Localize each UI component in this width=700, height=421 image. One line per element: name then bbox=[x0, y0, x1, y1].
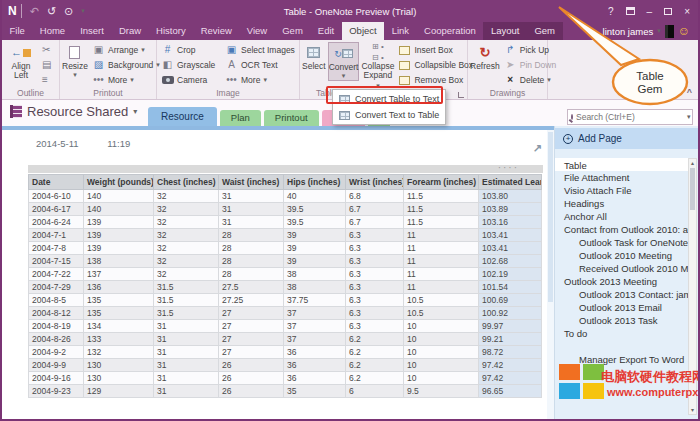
ocr-text-button[interactable]: AOCR Text bbox=[223, 58, 297, 72]
table-cell[interactable]: 10 bbox=[404, 372, 479, 385]
table-cell[interactable]: 140 bbox=[84, 203, 154, 216]
remove-box-button[interactable]: Remove Box bbox=[396, 73, 475, 87]
table-cell[interactable]: 31 bbox=[219, 190, 284, 203]
table-cell[interactable]: 140 bbox=[84, 190, 154, 203]
table-cell[interactable]: 32 bbox=[154, 242, 219, 255]
collapse-expand-button[interactable]: ⊞ • ⊟ • Collapse Expand ▾ bbox=[361, 42, 394, 90]
ribbon-tab[interactable]: Link bbox=[384, 22, 416, 40]
page-list-item[interactable]: Visio Attach File bbox=[555, 184, 688, 197]
table-cell[interactable]: 11.5 bbox=[404, 203, 479, 216]
page-list-item[interactable]: Outlook 2013 Email bbox=[555, 301, 688, 314]
add-page-button[interactable]: + Add Page bbox=[555, 128, 698, 149]
page-list-item[interactable]: Table bbox=[555, 158, 688, 171]
table-cell[interactable]: 2004-6-24 bbox=[29, 216, 84, 229]
back-icon[interactable]: ↶ bbox=[30, 5, 39, 18]
table-cell[interactable]: 39.5 bbox=[284, 203, 346, 216]
table-cell[interactable]: 100.92 bbox=[479, 307, 542, 320]
table-header-cell[interactable]: Date bbox=[29, 175, 84, 190]
page-canvas[interactable]: 2014-5-11 11:19 ↗ ···· DateWeight (pound… bbox=[2, 126, 554, 419]
cut-button[interactable]: ✂ bbox=[40, 43, 53, 57]
table-cell[interactable]: 6.2 bbox=[346, 333, 404, 346]
table-cell[interactable]: 102.68 bbox=[479, 255, 542, 268]
arrange-button[interactable]: ▣Arrange▾ bbox=[90, 43, 162, 57]
grayscale-button[interactable]: ◧Grayscale bbox=[159, 58, 221, 72]
paste-button[interactable]: ▤ bbox=[40, 58, 53, 72]
ribbon-tab[interactable]: Insert bbox=[73, 22, 112, 40]
table-cell[interactable]: 11 bbox=[404, 281, 479, 294]
section-tab[interactable]: Plan bbox=[220, 110, 261, 126]
table-cell[interactable]: 11.5 bbox=[404, 190, 479, 203]
table-cell[interactable]: 32 bbox=[154, 268, 219, 281]
table-cell[interactable]: 103.80 bbox=[479, 190, 542, 203]
table-cell[interactable]: 31.5 bbox=[154, 294, 219, 307]
table-cell[interactable]: 103.89 bbox=[479, 203, 542, 216]
insert-box-button[interactable]: Insert Box bbox=[396, 43, 475, 57]
table-cell[interactable]: 37 bbox=[284, 307, 346, 320]
table-header-cell[interactable]: Wrist (inches) bbox=[346, 175, 404, 190]
table-cell[interactable]: 40 bbox=[284, 190, 346, 203]
content-scrollbar[interactable] bbox=[547, 130, 554, 419]
table-cell[interactable]: 31.5 bbox=[154, 307, 219, 320]
table-cell[interactable]: 39 bbox=[284, 229, 346, 242]
table-cell[interactable]: 6.7 bbox=[346, 203, 404, 216]
crop-button[interactable]: #Crop bbox=[159, 43, 221, 57]
table-cell[interactable]: 139 bbox=[84, 216, 154, 229]
resize-button[interactable]: Resize ▾ bbox=[62, 42, 88, 79]
table-cell[interactable]: 11 bbox=[404, 229, 479, 242]
table-cell[interactable]: 37.75 bbox=[284, 294, 346, 307]
page-list-item[interactable]: Received Outlook 2010 Mee bbox=[555, 262, 688, 275]
page-list-item[interactable]: Headings bbox=[555, 197, 688, 210]
refresh-button[interactable]: ↻ Refresh bbox=[470, 42, 500, 71]
ribbon-tab[interactable]: Draw bbox=[111, 22, 148, 40]
scrollbar-thumb[interactable] bbox=[690, 168, 695, 210]
table-cell[interactable]: 6.2 bbox=[346, 359, 404, 372]
container-handle[interactable]: ···· bbox=[28, 165, 543, 173]
table-cell[interactable]: 2004-6-17 bbox=[29, 203, 84, 216]
table-cell[interactable]: 39 bbox=[284, 255, 346, 268]
table-cell[interactable]: 135 bbox=[84, 294, 154, 307]
table-cell[interactable]: 98.72 bbox=[479, 346, 542, 359]
table-cell[interactable]: 2004-7-22 bbox=[29, 268, 84, 281]
page-list-item[interactable]: Anchor All bbox=[555, 210, 688, 223]
table-cell[interactable]: 10.5 bbox=[404, 294, 479, 307]
ribbon-tab[interactable]: History bbox=[149, 22, 194, 40]
table-cell[interactable]: 6.3 bbox=[346, 294, 404, 307]
table-cell[interactable]: 130 bbox=[84, 359, 154, 372]
align-left-button[interactable]: ← Align Left bbox=[4, 42, 38, 81]
table-cell[interactable]: 137 bbox=[84, 268, 154, 281]
table-cell[interactable]: 139 bbox=[84, 242, 154, 255]
table-cell[interactable]: 27 bbox=[219, 346, 284, 359]
table-cell[interactable]: 129 bbox=[84, 385, 154, 398]
table-cell[interactable]: 130 bbox=[84, 372, 154, 385]
table-cell[interactable]: 6.3 bbox=[346, 281, 404, 294]
table-cell[interactable]: 10 bbox=[404, 346, 479, 359]
ribbon-tab[interactable]: Object bbox=[342, 22, 384, 40]
ribbon-tab[interactable]: Edit bbox=[310, 22, 341, 40]
table-cell[interactable]: 10 bbox=[404, 320, 479, 333]
table-cell[interactable]: 99.21 bbox=[479, 333, 542, 346]
table-cell[interactable]: 11 bbox=[404, 242, 479, 255]
table-cell[interactable]: 27 bbox=[219, 333, 284, 346]
table-cell[interactable]: 6.3 bbox=[346, 320, 404, 333]
table-cell[interactable]: 31 bbox=[219, 203, 284, 216]
table-cell[interactable]: 6.3 bbox=[346, 255, 404, 268]
table-cell[interactable]: 38 bbox=[284, 281, 346, 294]
table-cell[interactable]: 26 bbox=[219, 385, 284, 398]
select-images-button[interactable]: ▣Select Images bbox=[223, 43, 297, 57]
table-dialog-launcher-icon[interactable] bbox=[458, 92, 464, 98]
table-cell[interactable]: 39 bbox=[284, 242, 346, 255]
table-cell[interactable]: 32 bbox=[154, 190, 219, 203]
page-list-item[interactable]: Outlook 2013 Task bbox=[555, 314, 688, 327]
table-header-cell[interactable]: Chest (inches) bbox=[154, 175, 219, 190]
table-cell[interactable]: 2004-9-2 bbox=[29, 346, 84, 359]
table-cell[interactable]: 28 bbox=[219, 229, 284, 242]
table-cell[interactable]: 138 bbox=[84, 255, 154, 268]
table-cell[interactable]: 2004-8-12 bbox=[29, 307, 84, 320]
page-list-item[interactable]: Outlook 2013 Meeting bbox=[555, 275, 688, 288]
table-cell[interactable]: 39.5 bbox=[284, 216, 346, 229]
page-list-item[interactable] bbox=[555, 340, 688, 353]
table-cell[interactable]: 135 bbox=[84, 307, 154, 320]
table-cell[interactable]: 38 bbox=[284, 268, 346, 281]
collapsible-box-button[interactable]: Collapsible Box bbox=[396, 58, 475, 72]
table-header-cell[interactable]: Hips (inches) bbox=[284, 175, 346, 190]
